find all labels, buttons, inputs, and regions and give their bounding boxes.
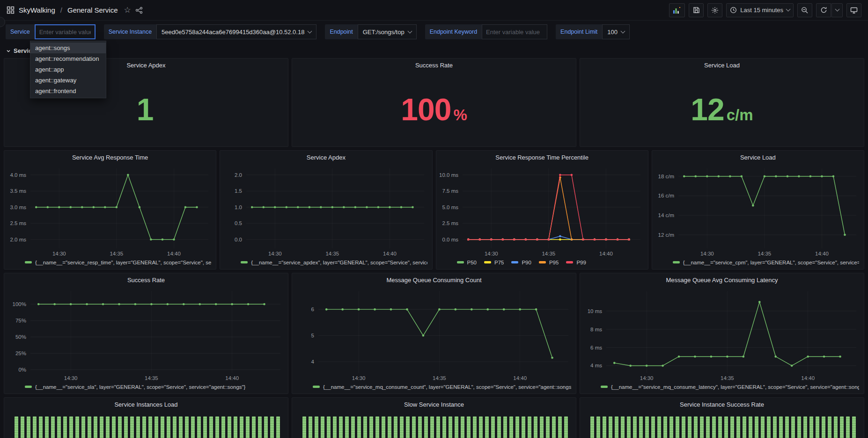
service-instance-select[interactable]: 5eed0e5758a244aca6e7699415d360aa@10.52.0…: [156, 24, 316, 39]
service-variable-input[interactable]: [35, 24, 96, 39]
legend-item[interactable]: P95: [539, 260, 559, 265]
panel-title[interactable]: Success Rate: [292, 58, 576, 73]
timeseries-chart[interactable]: 65414:3014:3514:40: [292, 287, 576, 382]
panel-title[interactable]: Service Apdex: [220, 151, 432, 165]
breadcrumb-separator: /: [60, 6, 62, 14]
kiosk-mode-button[interactable]: [846, 3, 861, 17]
add-panel-button[interactable]: [669, 3, 685, 17]
time-range-picker[interactable]: Last 15 minutes: [726, 3, 794, 17]
breadcrumb: SkyWalking / General Service ☆: [7, 5, 143, 15]
panel-service-response-time-percentile: Service Response Time Percentile 10.0 ms…: [436, 150, 648, 270]
gauge-bar: [209, 416, 213, 438]
dropdown-option[interactable]: agent::recommendation: [30, 53, 106, 64]
star-icon[interactable]: ☆: [124, 5, 131, 15]
panel-title[interactable]: Service Instances Load: [4, 398, 288, 412]
panel-title[interactable]: Service Avg Response Time: [4, 151, 216, 165]
timeseries-chart[interactable]: 10 ms8 ms6 ms4 ms14:3014:3514:40: [580, 287, 864, 382]
variable-endpoint-limit-label: Endpoint Limit: [556, 24, 602, 39]
zoom-out-time-button[interactable]: [797, 3, 812, 17]
gauge-bar: [142, 416, 146, 438]
legend-series-label: P99: [576, 260, 586, 265]
timeseries-chart[interactable]: 10.0 ms7.5 ms5.0 ms2.5 ms0.0 ms14:3014:3…: [436, 165, 648, 258]
timeseries-chart[interactable]: 18 c/m16 c/m14 c/m12 c/m14:3014:3514:40: [652, 165, 864, 258]
svg-text:5.0 ms: 5.0 ms: [442, 204, 458, 210]
gauge-bar: [455, 416, 458, 438]
gauge-bar: [491, 416, 495, 438]
service-variable-dropdown: agent::songsagent::recommendationagent::…: [30, 41, 106, 98]
panel-title[interactable]: Service Load: [580, 58, 864, 73]
svg-text:16 c/m: 16 c/m: [658, 193, 674, 198]
bar-gauge[interactable]: [4, 412, 288, 438]
refresh-button[interactable]: [816, 3, 831, 17]
dropdown-option[interactable]: agent::frontend: [30, 86, 106, 96]
svg-text:10.0 ms: 10.0 ms: [439, 172, 458, 178]
legend-series-label: P90: [522, 260, 531, 265]
chevron-down-icon: [6, 49, 11, 53]
legend-item[interactable]: P90: [511, 260, 531, 265]
panel-title[interactable]: Service Instance Success Rate: [580, 398, 864, 412]
breadcrumb-dashboard-title[interactable]: General Service: [67, 6, 118, 14]
svg-text:25%: 25%: [15, 350, 26, 356]
gauge-bar: [94, 416, 97, 438]
header-bar: SkyWalking / General Service ☆: [0, 0, 868, 21]
share-icon[interactable]: [135, 7, 143, 14]
panel-success-rate-chart: Success Rate 100%75%50%25%0%14:3014:3514…: [4, 273, 288, 394]
dropdown-option[interactable]: agent::app: [30, 64, 106, 75]
panel-title[interactable]: Slow Service Instance: [292, 398, 576, 412]
gauge-bar: [167, 416, 170, 438]
gauge-bar: [191, 416, 195, 438]
svg-text:14:30: 14:30: [64, 375, 78, 381]
dropdown-option[interactable]: agent::songs: [30, 43, 106, 53]
gauge-bar: [590, 416, 594, 438]
legend-item[interactable]: {__name__="service_resp_time", layer="GE…: [25, 260, 211, 265]
breadcrumb-app[interactable]: SkyWalking: [19, 6, 55, 14]
gauge-bar: [743, 416, 746, 438]
panel-title[interactable]: Message Queue Consuming Count: [292, 273, 576, 287]
svg-text:6: 6: [311, 307, 314, 312]
zoom-out-icon: [801, 7, 809, 14]
legend-item[interactable]: {__name__="service_sla", layer="GENERAL"…: [25, 384, 245, 390]
timeseries-chart[interactable]: 4.0 ms3.5 ms3.0 ms2.5 ms2.0 ms14:3014:35…: [4, 165, 216, 258]
legend-item[interactable]: {__name__="service_cpm", layer="GENERAL"…: [673, 260, 859, 265]
variable-service-instance-label: Service Instance: [104, 24, 156, 39]
gauge-bar: [552, 416, 556, 438]
legend-item[interactable]: P99: [566, 260, 586, 265]
legend-item[interactable]: {__name__="service_apdex", layer="GENERA…: [241, 260, 427, 265]
gauge-bar: [406, 416, 410, 438]
timeseries-chart[interactable]: 2.01.51.00.50.014:3014:3514:40: [220, 165, 432, 258]
bar-gauge[interactable]: [292, 412, 576, 438]
gauge-bar: [252, 416, 256, 438]
variable-endpoint-limit: Endpoint Limit 100: [556, 24, 630, 39]
panel-title[interactable]: Service Load: [652, 151, 864, 165]
svg-text:50%: 50%: [15, 334, 26, 340]
endpoint-limit-select[interactable]: 100: [602, 24, 630, 39]
svg-text:2.0: 2.0: [235, 172, 242, 178]
gauge-bar: [785, 416, 789, 438]
apps-grid-icon[interactable]: [7, 6, 15, 14]
timeseries-chart[interactable]: 100%75%50%25%0%14:3014:3514:40: [4, 287, 288, 382]
dashboard-settings-button[interactable]: [707, 3, 722, 17]
panel-title[interactable]: Success Rate: [4, 273, 288, 287]
legend-item[interactable]: P50: [457, 260, 477, 265]
refresh-interval-dropdown[interactable]: [831, 3, 843, 17]
svg-text:18 c/m: 18 c/m: [658, 174, 674, 179]
legend-item[interactable]: {__name__="service_mq_consume_count", la…: [313, 384, 571, 390]
panel-service-load-chart: Service Load 18 c/m16 c/m14 c/m12 c/m14:…: [652, 150, 864, 270]
svg-text:14:35: 14:35: [433, 375, 446, 381]
legend-item[interactable]: P75: [484, 260, 504, 265]
legend-item[interactable]: {__name__="service_mq_consume_latency", …: [601, 384, 859, 390]
gauge-bar: [603, 416, 606, 438]
add-panel-icon: [673, 7, 681, 14]
gauge-bar: [136, 416, 140, 438]
save-dashboard-button[interactable]: [689, 3, 704, 17]
gauge-bar: [45, 416, 49, 438]
gauge-bar: [449, 416, 452, 438]
endpoint-select[interactable]: GET:/songs/top: [358, 24, 417, 39]
bar-gauge[interactable]: [580, 412, 864, 438]
panel-title[interactable]: Message Queue Avg Consuming Latency: [580, 273, 864, 287]
dropdown-option[interactable]: agent::gateway: [30, 75, 106, 86]
panel-title[interactable]: Service Response Time Percentile: [436, 151, 648, 165]
svg-text:14:30: 14:30: [484, 251, 498, 256]
gauge-bar: [69, 416, 73, 438]
endpoint-keyword-input[interactable]: [482, 24, 547, 39]
